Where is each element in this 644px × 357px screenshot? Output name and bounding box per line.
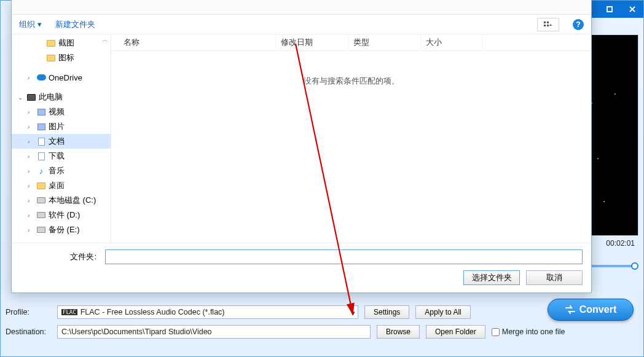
cancel-button[interactable]: 取消 [526, 270, 583, 285]
tree-drive-icon [36, 195, 46, 205]
tree-item-下载[interactable]: ›下载 [12, 149, 111, 163]
tree-item-桌面[interactable]: ›桌面 [12, 178, 111, 193]
tree-item-label: 视频 [49, 106, 65, 117]
tree-item-网络[interactable]: ›网络 [12, 242, 111, 243]
folder-tree[interactable]: ︿ 截图图标›OneDrive⌄此电脑›视频›图片›文档›下载›♪音乐›桌面›本… [12, 34, 111, 243]
folder-name-label: 文件夹: [20, 251, 100, 262]
tree-item-label: 音乐 [49, 165, 65, 176]
tree-item-备份 (E:)[interactable]: ›备份 (E:) [12, 222, 111, 237]
select-folder-button[interactable]: 选择文件夹 [463, 270, 520, 285]
settings-button[interactable]: Settings [364, 305, 409, 319]
combo-dropdown-icon: ▾ [351, 308, 355, 318]
tree-item-OneDrive[interactable]: ›OneDrive [12, 70, 111, 85]
tree-item-图片[interactable]: ›图片 [12, 119, 111, 134]
help-icon[interactable]: ? [573, 19, 584, 30]
tree-twisty-icon[interactable]: › [28, 182, 34, 189]
tree-item-音乐[interactable]: ›♪音乐 [12, 163, 111, 178]
tree-item-本地磁盘 (C:)[interactable]: ›本地磁盘 (C:) [12, 193, 111, 208]
open-folder-button[interactable]: Open Folder [426, 325, 485, 339]
tree-music-icon: ♪ [36, 166, 46, 176]
tree-item-label: 软件 (D:) [49, 210, 80, 221]
col-type[interactable]: 类型 [348, 34, 421, 50]
tree-doc-icon [36, 136, 46, 146]
destination-label: Destination: [6, 328, 51, 336]
tree-twisty-icon[interactable]: › [28, 153, 34, 160]
browse-button[interactable]: Browse [377, 325, 420, 339]
tree-item-视频[interactable]: ›视频 [12, 104, 111, 119]
tree-item-文档[interactable]: ›文档 [12, 134, 111, 149]
folder-picker-dialog: 组织 ▾ 新建文件夹 ? ︿ 截图图标›OneDrive⌄此电脑›视频›图片›文… [11, 0, 592, 293]
folder-name-input[interactable] [105, 249, 583, 264]
tree-item-此电脑[interactable]: ⌄此电脑 [12, 90, 111, 104]
bottom-bar: Profile: FLAC FLAC - Free Lossless Audio… [6, 305, 638, 345]
svg-rect-6 [544, 25, 546, 26]
svg-rect-5 [547, 22, 549, 23]
view-options-button[interactable] [537, 18, 559, 31]
tree-item-label: 本地磁盘 (C:) [49, 195, 96, 206]
destination-path[interactable]: C:\Users\pc\Documents\Tipard Studio\Vide… [57, 325, 371, 339]
destination-path-text: C:\Users\pc\Documents\Tipard Studio\Vide… [61, 328, 212, 336]
svg-rect-4 [544, 22, 546, 23]
tree-item-label: 图片 [49, 121, 65, 132]
tree-item-图标[interactable]: 图标 [12, 50, 111, 65]
profile-combo[interactable]: FLAC FLAC - Free Lossless Audio Codec (*… [57, 305, 358, 319]
col-date[interactable]: 修改日期 [276, 34, 348, 50]
profile-label: Profile: [6, 308, 51, 316]
merge-checkbox[interactable] [492, 328, 500, 336]
dialog-toolbar: 组织 ▾ 新建文件夹 ? [12, 15, 591, 34]
tree-folder-icon [36, 181, 46, 190]
tree-media-icon [36, 107, 46, 117]
tree-item-label: 图标 [58, 52, 74, 63]
empty-message: 没有与搜索条件匹配的项。 [111, 51, 591, 243]
tree-item-label: 此电脑 [39, 92, 63, 103]
profile-value: FLAC - Free Lossless Audio Codec (*.flac… [80, 308, 225, 316]
tree-item-label: 备份 (E:) [49, 224, 80, 235]
tree-twisty-icon[interactable]: ⌄ [18, 94, 24, 101]
file-listing: 名称 修改日期 类型 大小 没有与搜索条件匹配的项。 [111, 34, 591, 243]
tree-twisty-icon[interactable]: › [28, 124, 34, 130]
merge-label: Merge into one file [502, 328, 565, 336]
column-headers: 名称 修改日期 类型 大小 [111, 34, 591, 51]
tree-item-label: 桌面 [49, 180, 65, 191]
view-icon [543, 21, 553, 28]
preview-duration: 00:02:01 [606, 239, 635, 248]
tree-drive-icon [36, 210, 46, 220]
timeline-knob[interactable] [631, 262, 638, 270]
app-window: 00:02:01 Convert Profile: FLAC FLAC - Fr… [0, 0, 644, 357]
tree-twisty-icon[interactable]: › [28, 227, 34, 233]
dialog-address-bar[interactable] [12, 0, 591, 15]
merge-checkbox-wrap[interactable]: Merge into one file [492, 328, 565, 336]
tree-item-软件 (D:)[interactable]: ›软件 (D:) [12, 208, 111, 222]
tree-dl-icon [36, 151, 46, 161]
tree-scroll-up-icon[interactable]: ︿ [102, 36, 109, 44]
tree-twisty-icon[interactable]: › [28, 138, 34, 145]
organize-menu[interactable]: 组织 ▾ [19, 19, 42, 30]
dialog-footer: 文件夹: 选择文件夹 取消 [12, 243, 591, 292]
tree-cloud-icon [36, 73, 46, 82]
svg-rect-1 [607, 7, 612, 12]
tree-twisty-icon[interactable]: › [28, 197, 34, 204]
tree-item-截图[interactable]: 截图 [12, 36, 111, 50]
tree-item-label: 截图 [58, 37, 74, 49]
tree-twisty-icon[interactable]: › [28, 168, 34, 175]
tree-item-label: OneDrive [49, 73, 82, 82]
svg-rect-7 [547, 25, 549, 26]
maximize-button[interactable] [599, 1, 621, 18]
tree-pc-icon [26, 92, 36, 102]
tree-twisty-icon[interactable]: › [28, 74, 34, 81]
tree-drive-icon [36, 225, 46, 235]
close-button[interactable] [621, 1, 643, 18]
tree-item-label: 下载 [49, 151, 65, 162]
tree-item-label: 文档 [49, 136, 65, 147]
tree-folder-icon [46, 53, 56, 63]
col-name[interactable]: 名称 [111, 34, 276, 50]
profile-format-badge: FLAC [61, 309, 77, 315]
apply-to-all-button[interactable]: Apply to All [415, 305, 470, 319]
tree-twisty-icon[interactable]: › [28, 109, 34, 116]
col-size[interactable]: 大小 [421, 34, 482, 50]
tree-media-icon [36, 122, 46, 131]
tree-folder-icon [46, 38, 56, 48]
tree-twisty-icon[interactable]: › [28, 212, 34, 219]
new-folder-button[interactable]: 新建文件夹 [55, 19, 95, 30]
